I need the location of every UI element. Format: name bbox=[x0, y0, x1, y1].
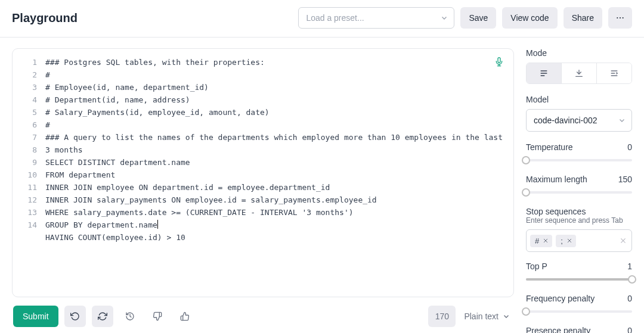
editor-column: 1234567891011121314 ### Postgres SQL tab… bbox=[12, 48, 514, 333]
remove-chip-button[interactable] bbox=[543, 238, 549, 244]
code-line: INNER JOIN salary_payments ON employee.i… bbox=[45, 194, 506, 206]
microphone-icon bbox=[494, 57, 504, 67]
mode-edit[interactable] bbox=[597, 63, 631, 83]
sidebar: Mode Model code-davinci-002 bbox=[526, 48, 632, 333]
thumbs-up-icon bbox=[180, 312, 190, 321]
code-line: ### A query to list the names of the dep… bbox=[45, 131, 506, 156]
undo-icon bbox=[70, 312, 80, 321]
preset-select-input[interactable]: Load a preset... bbox=[298, 7, 454, 29]
mode-label: Mode bbox=[526, 48, 632, 58]
code-line: HAVING COUNT(employee.id) > 10 bbox=[45, 231, 506, 244]
insert-mode-icon bbox=[574, 69, 584, 78]
svg-point-2 bbox=[623, 17, 624, 18]
code-line: # Salary_Payments(id, employee_id, amoun… bbox=[45, 106, 506, 119]
topp-slider[interactable] bbox=[526, 275, 632, 284]
microphone-button[interactable] bbox=[492, 55, 506, 69]
stop-label: Stop sequences bbox=[526, 207, 632, 216]
format-label: Plain text bbox=[464, 312, 499, 321]
chevron-down-icon bbox=[502, 312, 510, 320]
history-icon bbox=[125, 312, 135, 321]
param-label: Frequency penalty bbox=[526, 294, 595, 303]
edit-mode-icon bbox=[609, 69, 619, 78]
undo-button[interactable] bbox=[64, 306, 86, 327]
stop-chip[interactable]: # bbox=[530, 235, 552, 247]
param-label: Temperature bbox=[526, 142, 573, 152]
param-label: Maximum length bbox=[526, 175, 587, 184]
model-select[interactable]: code-davinci-002 bbox=[526, 109, 632, 132]
clear-stop-button[interactable] bbox=[618, 236, 628, 245]
token-count: 170 bbox=[428, 306, 456, 327]
remove-chip-button[interactable] bbox=[566, 238, 572, 244]
mode-insert[interactable] bbox=[562, 63, 597, 83]
code-line: GROUP BY department.name bbox=[45, 219, 506, 231]
param-maxlen: Maximum length 150 bbox=[526, 175, 632, 197]
code-line: # bbox=[45, 69, 506, 81]
code-line: SELECT DISTINCT department.name bbox=[45, 156, 506, 169]
maxlen-slider[interactable] bbox=[526, 188, 632, 197]
stop-sublabel: Enter sequence and press Tab bbox=[526, 216, 632, 225]
page-title: Playground bbox=[12, 11, 78, 25]
line-gutter: 1234567891011121314 bbox=[13, 49, 45, 297]
stop-chip[interactable]: ; bbox=[556, 235, 576, 247]
param-temperature: Temperature 0 bbox=[526, 142, 632, 165]
thumbs-down-icon bbox=[153, 312, 162, 321]
svg-point-1 bbox=[620, 17, 621, 18]
param-stop: Stop sequences Enter sequence and press … bbox=[526, 207, 632, 252]
freq-slider[interactable] bbox=[526, 307, 632, 316]
topbar: Playground Load a preset... Save View co… bbox=[0, 0, 644, 38]
code-line: ### Postgres SQL tables, with their prop… bbox=[45, 56, 506, 69]
param-value: 0 bbox=[627, 294, 632, 303]
save-button[interactable]: Save bbox=[460, 7, 496, 29]
param-label: Presence penalty bbox=[526, 326, 590, 333]
regenerate-button[interactable] bbox=[92, 306, 113, 327]
code-line: # bbox=[45, 119, 506, 131]
param-value: 1 bbox=[627, 262, 632, 271]
param-freq: Frequency penalty 0 bbox=[526, 294, 632, 316]
stop-sequences-input[interactable]: #; bbox=[526, 229, 632, 252]
param-value: 0 bbox=[627, 326, 632, 333]
thumbs-down-button[interactable] bbox=[147, 306, 168, 327]
history-button[interactable] bbox=[119, 306, 141, 327]
view-code-button[interactable]: View code bbox=[502, 7, 557, 29]
ellipsis-icon bbox=[615, 13, 625, 23]
param-value: 150 bbox=[618, 175, 632, 184]
main: 1234567891011121314 ### Postgres SQL tab… bbox=[0, 38, 644, 333]
stop-chip-label: ; bbox=[561, 236, 563, 245]
more-button[interactable] bbox=[608, 7, 632, 29]
thumbs-up-button[interactable] bbox=[174, 306, 196, 327]
bottom-toolbar: Submit bbox=[12, 297, 514, 333]
param-value: 0 bbox=[627, 142, 632, 152]
model-label: Model bbox=[526, 95, 632, 104]
param-pres: Presence penalty 0 bbox=[526, 326, 632, 333]
param-label: Top P bbox=[526, 262, 547, 271]
preset-select[interactable]: Load a preset... bbox=[298, 7, 454, 29]
code-area[interactable]: ### Postgres SQL tables, with their prop… bbox=[45, 49, 513, 297]
refresh-icon bbox=[98, 312, 107, 321]
code-line: FROM department bbox=[45, 169, 506, 181]
code-line: WHERE salary_payments.date >= (CURRENT_D… bbox=[45, 206, 506, 219]
code-line: # Department(id, name, address) bbox=[45, 94, 506, 106]
completion-mode-icon bbox=[539, 69, 549, 78]
svg-point-0 bbox=[617, 17, 618, 18]
stop-chip-label: # bbox=[535, 236, 539, 245]
mode-completion[interactable] bbox=[527, 63, 562, 83]
editor[interactable]: 1234567891011121314 ### Postgres SQL tab… bbox=[12, 48, 514, 297]
submit-button[interactable]: Submit bbox=[13, 306, 58, 327]
format-toggle[interactable]: Plain text bbox=[462, 312, 513, 321]
model-select-input[interactable]: code-davinci-002 bbox=[526, 109, 632, 132]
code-line: # Employee(id, name, department_id) bbox=[45, 81, 506, 94]
mode-group bbox=[526, 63, 632, 84]
param-topp: Top P 1 bbox=[526, 262, 632, 284]
share-button[interactable]: Share bbox=[564, 7, 602, 29]
code-line: INNER JOIN employee ON department.id = e… bbox=[45, 181, 506, 194]
temperature-slider[interactable] bbox=[526, 155, 632, 165]
